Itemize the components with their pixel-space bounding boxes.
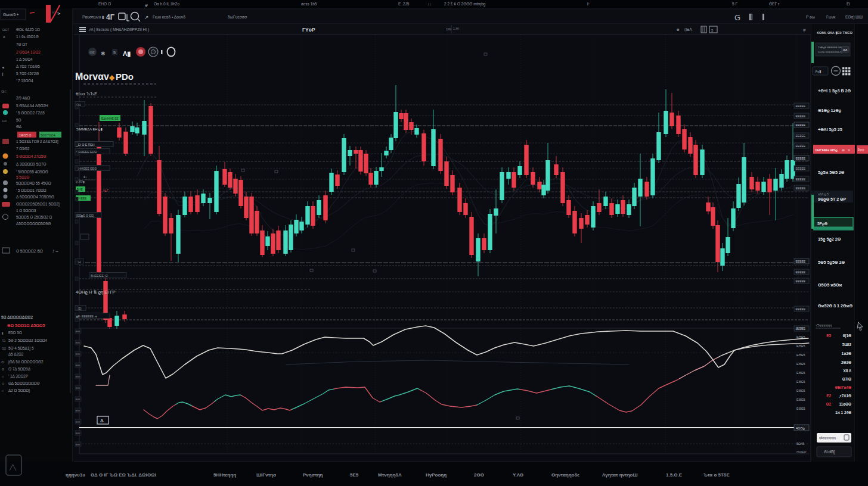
svg-text:Υ.ΛΘ: Υ.ΛΘ bbox=[513, 472, 523, 478]
svg-text:5Θ 4 5Ω5Δ1] 5: 5Θ 4 5Ω5Δ1] 5 bbox=[8, 346, 34, 351]
svg-text:5: 5 bbox=[113, 51, 116, 55]
svg-text:Γιωυ κεαδ ▪ Δουνδ: Γιωυ κεαδ ▪ Δουνδ bbox=[153, 15, 185, 19]
svg-text:I·: I· bbox=[587, 2, 590, 6]
svg-text:5ΙΜΜΕΔΛ ΕΗ ϱ▮: 5ΙΜΜΕΔΛ ΕΗ ϱ▮ bbox=[76, 127, 103, 131]
svg-text:ΘΕΙ7ϰ4Θ: ΘΕΙ7ϰ4Θ bbox=[835, 385, 851, 390]
svg-text:ΓΥөΡ: ΓΥөΡ bbox=[302, 27, 315, 33]
svg-text:Ε5: Ε5 bbox=[826, 334, 831, 338]
svg-text:ΕΕΕΕΕ: ΕΕΕΕΕ bbox=[796, 186, 806, 190]
svg-text:ΗγΡοοηη: ΗγΡοοηη bbox=[426, 472, 447, 478]
svg-text:Θ2: Θ2 bbox=[826, 402, 831, 406]
svg-text:√5ηηηηηηη: √5ηηηηηηη bbox=[816, 323, 832, 327]
svg-text:τ•: τ• bbox=[57, 11, 61, 15]
svg-text:5 ΘΩΩΩ4 27Ω5Θ: 5 ΘΩΩΩ4 27Ω5Θ bbox=[16, 154, 46, 158]
svg-text:ΕΕΕΕΕ: ΕΕΕΕΕ bbox=[796, 104, 806, 108]
svg-text:ΕΘΕ5: ΕΘΕ5 bbox=[796, 389, 805, 392]
svg-text:5ΘΛΕ ΕΕΕΕΕΕΕΕΛ]: 5ΘΛΕ ΕΕΕΕΕΕΕΕΛ] bbox=[818, 51, 842, 54]
svg-text:╱╲: ╱╲ bbox=[9, 464, 16, 471]
svg-text:ΕΘΙ: ΕΘΙ bbox=[76, 387, 80, 390]
svg-text:Θ: Θ bbox=[842, 148, 845, 152]
svg-text:Δ 7Ω2 7Ω1Θ5: Δ 7Ω2 7Ω1Θ5 bbox=[16, 64, 40, 68]
svg-text:5ΩΩΩ5 Θ 25Ω5Ω2 Ω: 5ΩΩΩ5 Θ 25Ω5Ω2 Ω bbox=[16, 215, 52, 219]
svg-text:Λ▮: Λ▮ bbox=[123, 50, 131, 57]
svg-text:[ΕΕ▮Ε Θ ΕΕ]: [ΕΕ▮Ε Θ ΕΕ] bbox=[76, 214, 95, 217]
svg-text:ηηηνυ1υ: ηηηνυ1υ bbox=[66, 472, 85, 478]
svg-text:ΕΕΕΕΕ: ΕΕΕΕΕ bbox=[796, 144, 806, 148]
svg-text:4ΘΗϱ Η ⇅ ϱη ΕΙ ΓΡ: 4ΘΗϱ Η ⇅ ϱη ΕΙ ΓΡ bbox=[76, 289, 116, 295]
svg-text:▮: ▮ bbox=[2, 331, 4, 335]
svg-text:1ϰ 1 24Θ: 1ϰ 1 24Θ bbox=[835, 410, 851, 415]
svg-text:ΘΩ 5ΩΩ1Ω Δ5ΩΩ5: ΘΩ 5ΩΩ1Ω Δ5ΩΩ5 bbox=[7, 323, 45, 328]
svg-text:Θ5Θ5 ϰ5Θϰ: Θ5Θ5 ϰ5Θϰ bbox=[818, 282, 842, 288]
svg-text:Δ 5ΩΩΩΩΩ4 7Ω5Ω5Θ: Δ 5ΩΩΩΩΩ4 7Ω5Ω5Θ bbox=[16, 195, 54, 199]
svg-text:Ρνηστηη: Ρνηστηη bbox=[303, 472, 323, 478]
svg-text:Ρ өω: Ρ өω bbox=[806, 15, 815, 19]
svg-text:Λγητατ ηντηοШ: Λγητατ ηντηοШ bbox=[602, 472, 637, 478]
svg-text:5Ω2/7ΩΩ4: 5Ω2/7ΩΩ4 bbox=[41, 133, 55, 137]
svg-text:ΕΘΕ5: ΕΘΕ5 bbox=[796, 407, 805, 410]
svg-text:ΕΘΗΕΕΕ ΕΩΘ: ΕΘΗΕΕΕ ΕΩΘ bbox=[76, 150, 97, 154]
svg-text:|ΘΔ 5Δ ΩΩΩΩΩΩΘ2: |ΘΔ 5Δ ΩΩΩΩΩΩΘ2 bbox=[8, 360, 44, 364]
svg-text:5 Г: 5 Г bbox=[732, 2, 737, 6]
svg-text:ΕΘΕ5: ΕΘΕ5 bbox=[796, 335, 805, 339]
svg-text:1.5.Θ.Ε: 1.5.Θ.Ε bbox=[666, 472, 683, 478]
svg-text:Gωνσ5 +: Gωνσ5 + bbox=[3, 13, 19, 17]
svg-text:ΘΔ 5ΩΩΩΩΩΩΩΘ: ΘΔ 5ΩΩΩΩΩΩΩΘ bbox=[8, 381, 40, 385]
svg-text:2ΘΘ: 2ΘΘ bbox=[474, 472, 484, 478]
svg-text:ΕΕΕΕΕ: ΕΕΕΕΕ bbox=[796, 270, 806, 274]
svg-text:5Ω45: 5Ω45 bbox=[796, 442, 804, 446]
svg-text:ө: ө bbox=[677, 27, 680, 32]
svg-text:+Θ+Ι 1 5ϱ3 Β 2Θ: +Θ+Ι 1 5ϱ3 Β 2Θ bbox=[818, 88, 851, 94]
svg-text:5ΡϱΘ: 5ΡϱΘ bbox=[817, 222, 827, 226]
svg-text:1ΗΓΗΘƶ Θ5ϱ: 1ΗΓΗΘƶ Θ5ϱ bbox=[815, 148, 838, 152]
svg-text:ΕΕΕΕΕ: ΕΕΕΕΕ bbox=[796, 123, 806, 127]
svg-text:ΘШΕΡ: ΘШΕΡ bbox=[796, 450, 807, 454]
svg-text:2/9 4ΔΩ: 2/9 4ΔΩ bbox=[16, 96, 30, 100]
svg-text:Δ 3ΩΩΩΩ9 5Ω7Θ: Δ 3ΩΩΩΩ9 5Ω7Θ bbox=[16, 162, 46, 166]
svg-text:ШΙΓντηα: ШΙΓντηα bbox=[256, 472, 276, 478]
svg-text:ΧΙΙ Λ: ΧΙΙ Λ bbox=[843, 369, 851, 373]
svg-text:Δ: Δ bbox=[100, 418, 104, 423]
svg-text:5ШΙ2: 5ШΙ2 bbox=[842, 342, 852, 347]
svg-text:π: π bbox=[848, 148, 850, 152]
svg-text:| |: | | bbox=[428, 2, 431, 6]
svg-text:1 Ω 5ΩΩΩ3: 1 Ω 5ΩΩΩ3 bbox=[16, 208, 36, 213]
svg-text:ΕΘΙ: ΕΘΙ bbox=[76, 420, 80, 423]
svg-text:aoss 1b5: aoss 1b5 bbox=[301, 2, 317, 6]
svg-text:ΕΘα) ШШ: ΕΘα) ШШ bbox=[845, 15, 863, 20]
svg-text:ΘΕ: ΘΕ bbox=[89, 51, 95, 54]
svg-text:Θϰ52Θ 3 1 2ΘϰΘ: Θϰ52Θ 3 1 2ΘϰΘ bbox=[818, 303, 852, 309]
svg-text:ΩΩ: ΩΩ bbox=[2, 347, 6, 350]
svg-text:EHO O: EHO O bbox=[98, 2, 111, 6]
svg-text:ΓΩ: ΓΩ bbox=[2, 339, 6, 342]
svg-text:4↓: 4↓ bbox=[83, 175, 87, 179]
svg-text:ΕΕΕΕΕ: ΕΕΕΕΕ bbox=[796, 114, 806, 118]
svg-text:ΕΘΙ: ΕΘΙ bbox=[76, 364, 80, 367]
svg-text:ΕΘΕ5: ΕΘΕ5 bbox=[796, 326, 805, 330]
svg-text:▮Ε· ΕΕΕΕΕΕ ·ө: ▮Ε· ΕΕΕΕΕΕ ·ө bbox=[76, 314, 97, 318]
svg-text:,τ7Λ1Θ: ,τ7Λ1Θ bbox=[839, 394, 851, 398]
svg-text:Φ: Φ bbox=[2, 367, 4, 371]
svg-text:1ΛΙ: 1ΛΙ bbox=[446, 27, 451, 31]
svg-text:Λγ▮: Λγ▮ bbox=[815, 70, 821, 73]
svg-text:2 2 £ ¢ O 2ΘΘΘ mtrηbg: 2 2 £ ¢ O 2ΘΘΘ mtrηbg bbox=[444, 2, 486, 7]
svg-text:7Θ ΩΤ: 7Θ ΩΤ bbox=[16, 42, 27, 46]
svg-text:𝓎: 𝓎 bbox=[145, 1, 148, 7]
svg-text:5 Θ5ΔΔΔ4 ΛΘΩ2Η: 5 Θ5ΔΔΔ4 ΛΘΩ2Η bbox=[16, 104, 48, 108]
svg-text:Ε2: Ε2 bbox=[826, 394, 831, 398]
svg-text:5ΗΗτεηηη: 5ΗΗτεηηη bbox=[213, 472, 236, 478]
svg-text:2Θ2Θ: 2Θ2Θ bbox=[841, 360, 851, 364]
svg-text:11өΘΘ: 11өΘΘ bbox=[839, 402, 851, 406]
svg-text:δωΓυεσσσ: δωΓυεσσσ bbox=[228, 15, 247, 19]
svg-text:5Θ: 5Θ bbox=[16, 118, 21, 122]
svg-text:2 Θ6Ω4 1ΘΩ2: 2 Θ6Ω4 1ΘΩ2 bbox=[16, 50, 41, 54]
svg-text:ΕΔΗΗΗΕ ΕΕ: ΕΔΗΗΗΕ ΕΕ bbox=[101, 117, 119, 120]
svg-text:5ΩΩΩΩ4Ω 55 45ΘΩ: 5ΩΩΩΩ4Ω 55 45ΘΩ bbox=[16, 181, 51, 185]
svg-text:ΚΘΜΙ, Θ5Λ ▮Ε9 ΤΜΕΘ: ΚΘΜΙ, Θ5Λ ▮Ε9 ΤΜΕΘ bbox=[817, 31, 852, 35]
svg-text:⊙: ⊙ bbox=[2, 382, 4, 385]
svg-text:GΙ:: GΙ: bbox=[1, 89, 7, 94]
svg-text:5 5Ω2Θ: 5 5Ω2Θ bbox=[16, 175, 29, 179]
svg-text:Θηνταηηοδε: Θηνταηηοδε bbox=[551, 472, 579, 478]
svg-text:ΕΘΙ: ΕΘΙ bbox=[76, 375, 80, 378]
svg-text:ΘΩΙ: ΘΩΙ bbox=[147, 472, 156, 478]
